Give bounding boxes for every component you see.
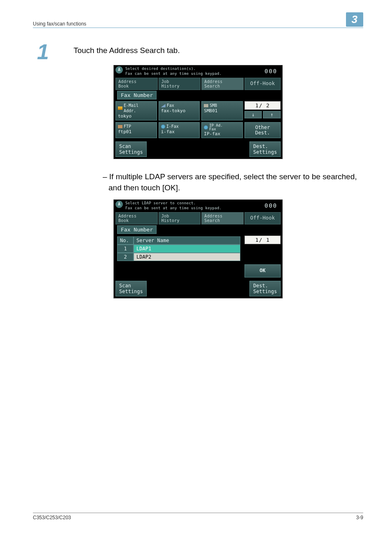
- fax-number-band-2: Fax Number: [114, 225, 282, 234]
- globe-icon-2: [204, 125, 208, 130]
- ss2-title-line1: Select LDAP server to connect.: [125, 201, 261, 206]
- smb-value: SMB01: [204, 108, 240, 113]
- fax-value: fax-tokyo: [161, 108, 198, 113]
- dest-smb[interactable]: SMB SMB01: [201, 101, 243, 120]
- fax-number-tab-2: Fax Number: [117, 225, 157, 234]
- tab-address-search[interactable]: Address Search: [201, 78, 244, 90]
- page-indicator-2: 1/ 1: [244, 236, 281, 244]
- fax-number-tab: Fax Number: [117, 91, 157, 99]
- chapter-number: 3: [346, 12, 363, 27]
- page-down-button[interactable]: ↓: [244, 111, 262, 118]
- screenshot-ldap-select: A Select LDAP server to connect. Fax can…: [113, 199, 283, 298]
- ss1-title-line2: Fax can be sent at any time using keypad…: [125, 71, 261, 76]
- ifax-label: I-Fax: [166, 124, 179, 129]
- dest-settings-button[interactable]: Dest. Settings: [249, 141, 281, 157]
- mode-icon-2: A: [115, 201, 123, 208]
- scan-settings-button-2[interactable]: Scan Settings: [115, 281, 147, 296]
- ldap-row[interactable]: 2 LDAP2: [117, 253, 240, 261]
- page-indicator: 1/ 2: [244, 101, 281, 110]
- tab-address-book[interactable]: Address Book: [115, 78, 158, 90]
- job-counter: 000: [261, 66, 281, 76]
- email-value: tokyo: [118, 113, 154, 119]
- dest-ipfax[interactable]: IP Ad. Fax IP-fax: [201, 122, 243, 138]
- ldap-no-2: 2: [117, 253, 134, 261]
- fax-number-band: Fax Number: [114, 91, 282, 99]
- ss1-title-line1: Select desired destination(s).: [125, 66, 261, 71]
- job-counter-2: 000: [261, 201, 281, 210]
- col-no: No.: [117, 236, 134, 245]
- ftp-value: ftp01: [118, 129, 154, 134]
- tab-job-history[interactable]: Job History: [159, 78, 201, 90]
- other-dest-button[interactable]: Other Dest.: [244, 122, 281, 138]
- ipfax-value: IP-fax: [204, 131, 240, 136]
- ss2-title-line2: Fax can be sent at any time using keypad…: [125, 206, 261, 210]
- dest-settings-button-2[interactable]: Dest. Settings: [249, 281, 281, 296]
- globe-icon: [161, 125, 165, 129]
- ifax-value: i-fax: [161, 129, 198, 134]
- ok-button[interactable]: OK: [244, 264, 281, 278]
- footer-model: C353/C253/C203: [33, 515, 71, 520]
- email-label: E-Mail Addr.: [124, 103, 138, 113]
- smb-label: SMB: [210, 103, 217, 108]
- ldap-server-table: No. Server Name 1 LDAP1 2 LDAP2: [115, 236, 242, 262]
- fax-label: Fax: [167, 103, 174, 108]
- tab-address-book-2[interactable]: Address Book: [115, 212, 158, 224]
- dest-fax[interactable]: Fax fax-tokyo: [159, 101, 200, 120]
- page-up-button[interactable]: ↑: [263, 111, 281, 118]
- substep-note: – If multiple LDAP servers are specified…: [103, 171, 363, 193]
- smb-icon: [204, 104, 208, 107]
- step-number: 1: [37, 44, 49, 59]
- ftp-label: FTP: [124, 124, 131, 129]
- off-hook-button-2[interactable]: Off-Hook: [244, 212, 281, 224]
- footer-page: 3-9: [356, 515, 363, 520]
- ftp-icon: [118, 125, 122, 128]
- step-text: Touch the Address Search tab.: [74, 46, 180, 55]
- tab-job-history-2[interactable]: Job History: [159, 212, 201, 224]
- fax-icon: [161, 104, 166, 107]
- mode-icon: A: [115, 66, 123, 74]
- dest-ifax[interactable]: I-Fax i-fax: [159, 122, 200, 138]
- ldap-name-1: LDAP1: [134, 245, 240, 253]
- ldap-row[interactable]: 1 LDAP1: [117, 245, 240, 253]
- dest-email[interactable]: E-Mail Addr. tokyo: [115, 101, 157, 120]
- section-title: Using fax/scan functions: [33, 21, 86, 27]
- ldap-name-2: LDAP2: [134, 253, 240, 261]
- scan-settings-button[interactable]: Scan Settings: [115, 141, 147, 157]
- dest-ftp[interactable]: FTP ftp01: [115, 122, 157, 138]
- ipfax-label: IP Ad. Fax: [209, 124, 223, 131]
- col-server-name: Server Name: [134, 236, 240, 245]
- screenshot-address-search: A Select desired destination(s). Fax can…: [113, 65, 283, 159]
- off-hook-button[interactable]: Off-Hook: [244, 78, 281, 90]
- mail-icon: [118, 106, 122, 110]
- tab-address-search-2[interactable]: Address Search: [201, 212, 244, 224]
- ldap-no-1: 1: [117, 245, 134, 253]
